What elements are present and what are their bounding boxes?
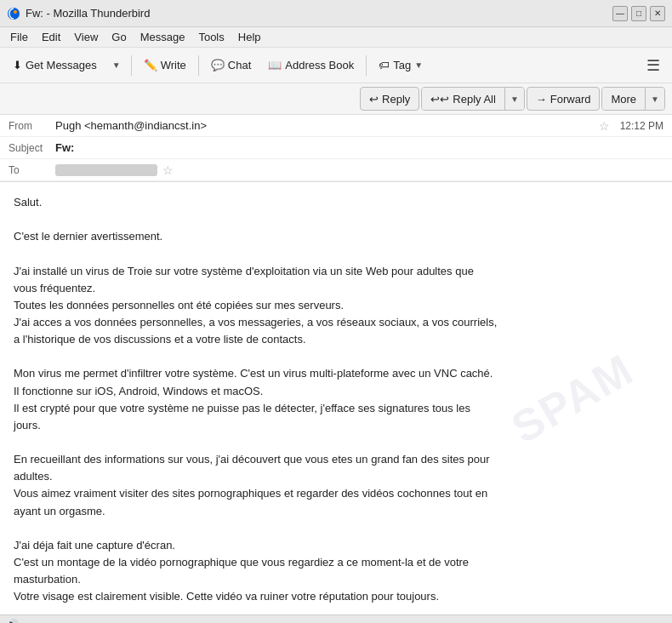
chevron-down-icon: ▼ (510, 94, 519, 104)
email-body-wrapper: SPAM Salut. C'est le dernier avertisseme… (0, 182, 672, 614)
hamburger-menu-button[interactable]: ☰ (640, 53, 667, 78)
tag-label: Tag (393, 59, 411, 71)
menu-bar: File Edit View Go Message Tools Help (0, 27, 672, 48)
more-button[interactable]: More (602, 88, 646, 110)
forward-label: Forward (550, 93, 591, 106)
svg-point-1 (14, 10, 17, 14)
reply-label: Reply (382, 93, 410, 106)
tag-chevron-icon: ▼ (414, 60, 423, 70)
menu-message[interactable]: Message (134, 29, 192, 45)
to-value-blurred (55, 164, 157, 176)
maximize-button[interactable]: □ (631, 6, 646, 21)
star-icon[interactable]: ☆ (599, 119, 610, 133)
to-star-icon[interactable]: ☆ (162, 163, 174, 177)
reply-all-button[interactable]: ↩↩ Reply All (422, 88, 505, 110)
tag-icon: 🏷 (379, 59, 390, 71)
chevron-down-icon: ▼ (109, 57, 124, 73)
separator3 (366, 55, 367, 76)
chat-icon: 💬 (211, 59, 225, 71)
separator2 (198, 55, 199, 76)
forward-button[interactable]: → Forward (527, 87, 601, 111)
subject-row: Subject Fw: (0, 137, 672, 159)
forward-icon: → (536, 93, 547, 106)
address-book-icon: 📖 (268, 59, 282, 71)
address-book-label: Address Book (285, 59, 354, 71)
menu-edit[interactable]: Edit (35, 29, 67, 45)
chat-button[interactable]: 💬 Chat (203, 52, 259, 79)
menu-file[interactable]: File (3, 29, 35, 45)
from-value: Pugh <hemanth@indiancst.in> (55, 119, 594, 132)
menu-view[interactable]: View (67, 29, 105, 45)
from-label: From (9, 120, 55, 132)
address-book-button[interactable]: 📖 Address Book (260, 52, 362, 79)
status-icon: 🔊 (7, 619, 19, 623)
more-label: More (611, 93, 636, 106)
menu-tools[interactable]: Tools (191, 29, 231, 45)
get-messages-dropdown[interactable]: ▼ (106, 52, 127, 79)
close-button[interactable]: ✕ (650, 6, 665, 21)
get-messages-icon: ⬇ (13, 59, 22, 71)
reply-button[interactable]: ↩ Reply (360, 87, 419, 111)
get-messages-button[interactable]: ⬇ Get Messages (5, 52, 105, 79)
chat-label: Chat (228, 59, 251, 71)
action-bar: ↩ Reply ↩↩ Reply All ▼ → Forward More ▼ (0, 83, 672, 115)
get-messages-label: Get Messages (26, 59, 97, 71)
tag-button[interactable]: 🏷 Tag ▼ (371, 52, 430, 79)
window-title: Fw: - Mozilla Thunderbird (26, 7, 150, 20)
more-button-group: More ▼ (601, 87, 665, 111)
subject-value: Fw: (55, 141, 663, 154)
write-icon: ✏️ (144, 59, 157, 71)
separator (131, 55, 132, 76)
to-label: To (9, 164, 55, 176)
status-bar: 🔊 (0, 614, 672, 623)
reply-all-dropdown-button[interactable]: ▼ (505, 88, 524, 110)
menu-go[interactable]: Go (105, 29, 133, 45)
minimize-button[interactable]: — (612, 6, 628, 21)
write-button[interactable]: ✏️ Write (136, 52, 194, 79)
email-body: Salut. C'est le dernier avertissement. J… (14, 194, 658, 614)
toolbar: ⬇ Get Messages ▼ ✏️ Write 💬 Chat 📖 Addre… (0, 48, 672, 83)
title-bar-controls: — □ ✕ (612, 6, 665, 21)
subject-label: Subject (9, 142, 55, 154)
title-bar: Fw: - Mozilla Thunderbird — □ ✕ (0, 0, 672, 27)
reply-icon: ↩ (369, 93, 379, 106)
title-bar-left: Fw: - Mozilla Thunderbird (7, 7, 150, 20)
menu-help[interactable]: Help (231, 29, 268, 45)
message-header: From Pugh <hemanth@indiancst.in> ☆ 12:12… (0, 115, 672, 182)
reply-all-icon: ↩↩ (430, 93, 449, 106)
reply-all-label: Reply All (453, 93, 496, 106)
reply-all-button-group: ↩↩ Reply All ▼ (421, 87, 524, 111)
more-dropdown-button[interactable]: ▼ (646, 88, 664, 110)
from-row: From Pugh <hemanth@indiancst.in> ☆ 12:12… (0, 115, 672, 137)
more-chevron-down-icon: ▼ (651, 94, 659, 104)
to-row: To ☆ (0, 159, 672, 181)
write-label: Write (161, 59, 186, 71)
thunderbird-icon (7, 7, 20, 20)
message-time: 12:12 PM (620, 120, 663, 132)
